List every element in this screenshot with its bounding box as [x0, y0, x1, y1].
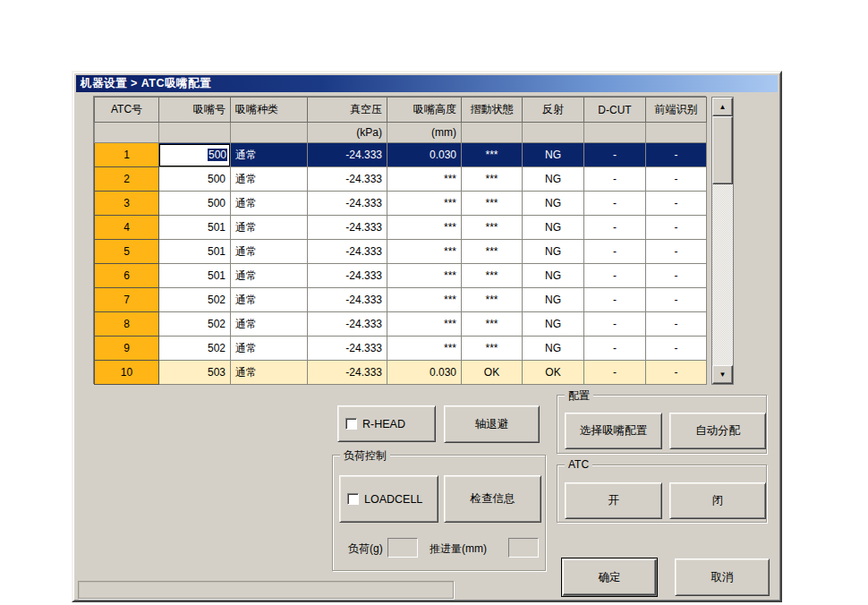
cell-r1-c0[interactable]: 1 — [95, 143, 159, 167]
cell-r9-c0[interactable]: 9 — [95, 337, 159, 361]
cell-r6-c6[interactable]: NG — [523, 264, 584, 288]
cell-r10-c6[interactable]: OK — [523, 361, 584, 385]
cell-r10-c5[interactable]: OK — [462, 361, 523, 385]
scroll-down-button[interactable]: ▼ — [712, 365, 733, 384]
cell-r3-c5[interactable]: *** — [462, 192, 523, 216]
cell-r1-c3[interactable]: -24.333 — [308, 143, 387, 167]
ok-button[interactable]: 确定 — [561, 558, 658, 597]
cell-r4-c4[interactable]: *** — [387, 216, 462, 240]
cell-r5-c4[interactable]: *** — [387, 240, 462, 264]
cell-r2-c4[interactable]: *** — [387, 167, 462, 192]
atc-open-button[interactable]: 开 — [565, 482, 662, 519]
cell-r5-c3[interactable]: -24.333 — [308, 240, 387, 264]
cell-r4-c6[interactable]: NG — [523, 216, 584, 240]
cell-r1-c2[interactable]: 通常 — [231, 143, 308, 167]
cell-r6-c7[interactable]: - — [584, 264, 646, 288]
cell-r9-c4[interactable]: *** — [387, 337, 462, 361]
cell-r1-c5[interactable]: *** — [462, 143, 523, 167]
cell-r2-c7[interactable]: - — [584, 167, 646, 192]
cell-r6-c3[interactable]: -24.333 — [308, 264, 387, 288]
cell-r4-c2[interactable]: 通常 — [231, 216, 308, 240]
cell-r10-c2[interactable]: 通常 — [231, 361, 308, 385]
rhead-checkbox-panel[interactable]: R-HEAD — [337, 405, 436, 442]
cell-r2-c2[interactable]: 通常 — [231, 167, 308, 192]
cell-r8-c2[interactable]: 通常 — [231, 312, 308, 337]
cell-r9-c6[interactable]: NG — [523, 337, 584, 361]
cell-r4-c5[interactable]: *** — [462, 216, 523, 240]
cell-r2-c1[interactable]: 500 — [159, 167, 231, 192]
vertical-scrollbar[interactable]: ▲ ▼ — [711, 97, 734, 385]
cell-r6-c1[interactable]: 501 — [159, 264, 231, 288]
cell-r5-c0[interactable]: 5 — [95, 240, 159, 264]
cell-r1-c4[interactable]: 0.030 — [387, 143, 462, 167]
cell-r4-c1[interactable]: 501 — [159, 216, 231, 240]
cell-r3-c8[interactable]: - — [646, 192, 707, 216]
load-field[interactable] — [387, 538, 418, 558]
cell-r2-c0[interactable]: 2 — [95, 167, 159, 192]
cell-r8-c5[interactable]: *** — [462, 312, 523, 337]
nozzle-number-edit-input[interactable]: 500 — [159, 144, 230, 166]
feed-field[interactable] — [508, 538, 539, 558]
cell-r9-c8[interactable]: - — [646, 337, 707, 361]
cell-r4-c8[interactable]: - — [646, 216, 707, 240]
cell-r5-c6[interactable]: NG — [523, 240, 584, 264]
cell-r7-c3[interactable]: -24.333 — [308, 288, 387, 312]
cell-r10-c1[interactable]: 503 — [159, 361, 231, 385]
cell-r10-c7[interactable]: - — [584, 361, 646, 385]
cell-r9-c3[interactable]: -24.333 — [308, 337, 387, 361]
cell-r5-c1[interactable]: 501 — [159, 240, 231, 264]
loadcell-checkbox[interactable] — [347, 493, 359, 505]
cell-r7-c0[interactable]: 7 — [95, 288, 159, 312]
cell-r7-c6[interactable]: NG — [523, 288, 584, 312]
cell-r9-c1[interactable]: 502 — [159, 337, 231, 361]
cell-r2-c5[interactable]: *** — [462, 167, 523, 192]
cell-r3-c4[interactable]: *** — [387, 192, 462, 216]
cell-r5-c2[interactable]: 通常 — [231, 240, 308, 264]
cell-r6-c8[interactable]: - — [646, 264, 707, 288]
cell-r7-c4[interactable]: *** — [387, 288, 462, 312]
cell-r4-c3[interactable]: -24.333 — [308, 216, 387, 240]
cell-r3-c3[interactable]: -24.333 — [308, 192, 387, 216]
cell-r10-c4[interactable]: 0.030 — [387, 361, 462, 385]
cell-r6-c0[interactable]: 6 — [95, 264, 159, 288]
cell-r9-c2[interactable]: 通常 — [231, 337, 308, 361]
cell-r4-c7[interactable]: - — [584, 216, 646, 240]
loadcell-checkbox-panel[interactable]: LOADCELL — [339, 475, 438, 523]
cell-r6-c5[interactable]: *** — [462, 264, 523, 288]
cell-r10-c8[interactable]: - — [646, 361, 707, 385]
scrollbar-thumb[interactable] — [712, 116, 733, 184]
cell-r8-c6[interactable]: NG — [523, 312, 584, 337]
cell-r4-c0[interactable]: 4 — [95, 216, 159, 240]
cell-r7-c8[interactable]: - — [646, 288, 707, 312]
cell-r10-c3[interactable]: -24.333 — [308, 361, 387, 385]
cell-r1-c7[interactable]: - — [584, 143, 646, 167]
cell-r1-c8[interactable]: - — [646, 143, 707, 167]
cell-r9-c5[interactable]: *** — [462, 337, 523, 361]
scroll-up-button[interactable]: ▲ — [712, 98, 733, 116]
cell-r1-c6[interactable]: NG — [523, 143, 584, 167]
cell-r3-c7[interactable]: - — [584, 192, 646, 216]
cell-r2-c8[interactable]: - — [646, 167, 707, 192]
cell-r8-c8[interactable]: - — [646, 312, 707, 337]
cell-r3-c2[interactable]: 通常 — [231, 192, 308, 216]
cell-r7-c2[interactable]: 通常 — [231, 288, 308, 312]
select-nozzle-config-button[interactable]: 选择吸嘴配置 — [565, 413, 662, 449]
cell-r1-c1[interactable]: 500 — [159, 143, 231, 167]
rhead-checkbox[interactable] — [345, 418, 357, 430]
cell-r5-c7[interactable]: - — [584, 240, 646, 264]
cell-r8-c7[interactable]: - — [584, 312, 646, 337]
atc-close-button[interactable]: 闭 — [669, 482, 766, 519]
cancel-button[interactable]: 取消 — [675, 558, 770, 596]
cell-r6-c4[interactable]: *** — [387, 264, 462, 288]
cell-r8-c1[interactable]: 502 — [159, 312, 231, 337]
cell-r5-c8[interactable]: - — [646, 240, 707, 264]
cell-r10-c0[interactable]: 10 — [95, 361, 159, 385]
cell-r9-c7[interactable]: - — [584, 337, 646, 361]
cell-r7-c1[interactable]: 502 — [159, 288, 231, 312]
cell-r3-c0[interactable]: 3 — [95, 192, 159, 216]
cell-r5-c5[interactable]: *** — [462, 240, 523, 264]
cell-r7-c5[interactable]: *** — [462, 288, 523, 312]
cell-r8-c4[interactable]: *** — [387, 312, 462, 337]
cell-r3-c6[interactable]: NG — [523, 192, 584, 216]
cell-r2-c6[interactable]: NG — [523, 167, 584, 192]
